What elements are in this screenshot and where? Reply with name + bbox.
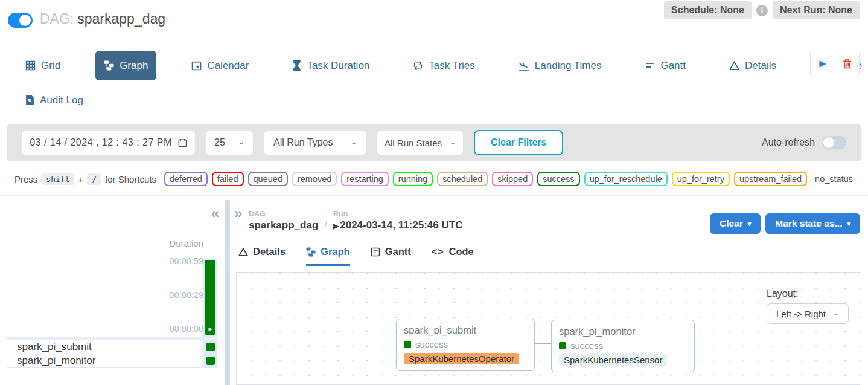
grid-icon (25, 60, 36, 71)
legend-failed: failed (212, 172, 244, 186)
legend-running: running (393, 172, 433, 186)
base-date-input[interactable]: 03 / 14 / 2024 , 12 : 43 : 27 PM (22, 131, 195, 155)
slash-key: / (87, 173, 101, 185)
mark-state-label: Mark state as... (775, 218, 842, 229)
hints-row: Press shift + / for Shortcuts deferred f… (14, 172, 858, 186)
state-square (559, 342, 566, 349)
clear-filters-button[interactable]: Clear Filters (474, 130, 563, 155)
legend-upstream-failed: upstream_failed (734, 172, 807, 186)
tab-run-details[interactable]: Details (238, 246, 286, 266)
delete-dag-button[interactable] (835, 51, 859, 76)
tab-label: Details (745, 60, 776, 72)
auto-refresh-toggle[interactable] (822, 136, 846, 149)
divider-line (0, 195, 868, 196)
tab-run-gantt[interactable]: Gantt (371, 246, 411, 266)
node-state: success (404, 339, 527, 349)
breadcrumb: DAG sparkapp_dag / Run ▶2024-03-14, 11:2… (249, 210, 462, 231)
collapse-panel-button[interactable]: « (211, 206, 219, 221)
run-tabs: Details Graph Gantt <> Code (238, 246, 474, 266)
layout-control: Layout: Left -> Right ⌄ (767, 288, 849, 324)
tab-run-graph[interactable]: Graph (306, 246, 350, 266)
tab-gantt[interactable]: Gantt (636, 51, 694, 80)
calendar-icon (191, 60, 202, 71)
grid-sidebar: « Duration 00:00:59 00:00:29 00:00:00 ▶ … (0, 200, 225, 385)
run-types-select[interactable]: All Run Types ⌄ (264, 131, 366, 155)
task-instance-cell[interactable] (203, 340, 217, 354)
shift-key: shift (41, 173, 74, 185)
task-instance-cell[interactable] (203, 354, 217, 367)
expand-panel-button[interactable]: » (234, 206, 242, 221)
tab-label: Task Duration (307, 60, 369, 72)
tab-task-tries[interactable]: Task Tries (404, 51, 483, 80)
page-header: DAG:sparkapp_dag Schedule: None i Next R… (0, 0, 868, 39)
tab-calendar[interactable]: Calendar (183, 51, 257, 80)
play-icon: ▶ (819, 58, 826, 69)
dag-run-column[interactable]: ▶ (203, 259, 217, 337)
duration-axis-label: Duration (169, 238, 203, 248)
nav-row-1: Grid Graph Calendar Task Duration Task T… (17, 51, 802, 80)
run-states-select[interactable]: All Run States ⌄ (377, 131, 463, 155)
tab-label: Graph (120, 60, 148, 72)
page-size-select[interactable]: 25 ⌄ (206, 131, 253, 155)
run-types-value: All Run Types (273, 137, 333, 148)
tab-graph[interactable]: Graph (95, 51, 156, 80)
state-label: success (570, 340, 603, 351)
breadcrumb-run[interactable]: Run ▶2024-03-14, 11:25:46 UTC (333, 210, 462, 231)
repeat-icon (413, 60, 423, 71)
task-state-square (206, 343, 215, 351)
tab-audit-log[interactable]: Audit Log (17, 85, 92, 115)
legend-no-status: no_status (811, 172, 858, 186)
shortcut-text: Press (14, 174, 37, 184)
airflow-dag-page: DAG:sparkapp_dag Schedule: None i Next R… (0, 0, 868, 385)
triangle-icon (729, 60, 739, 71)
nav-row-2: Audit Log (17, 85, 802, 115)
trigger-dag-button[interactable]: ▶ (811, 51, 835, 76)
operator-badge: SparkKubernetesSensor (559, 354, 667, 366)
node-state: success (559, 340, 687, 351)
legend-removed: removed (292, 172, 337, 186)
graph-node-spark-pi-monitor[interactable]: spark_pi_monitor success SparkKubernetes… (551, 320, 695, 372)
task-state-square (206, 357, 215, 365)
tab-label: Grid (41, 60, 60, 72)
axis-tick: 00:00:00 (170, 324, 203, 334)
layout-select[interactable]: Left -> Right ⌄ (767, 303, 849, 324)
dag-nav: Grid Graph Calendar Task Duration Task T… (17, 51, 802, 115)
task-row-spark-pi-monitor[interactable]: spark_pi_monitor (7, 354, 217, 368)
clear-label: Clear (720, 218, 743, 229)
legend-up-for-reschedule: up_for_reschedule (584, 172, 668, 186)
tab-grid[interactable]: Grid (17, 51, 69, 80)
panel-resize-handle[interactable] (225, 200, 230, 385)
dag-actions: ▶ (810, 51, 860, 76)
next-run-badge: Next Run: None (773, 1, 860, 19)
tab-label: Details (253, 246, 286, 257)
breadcrumb-dag[interactable]: DAG sparkapp_dag (249, 210, 318, 231)
legend-success: success (537, 172, 579, 186)
filter-bar: 03 / 14 / 2024 , 12 : 43 : 27 PM 25 ⌄ Al… (7, 124, 861, 161)
dag-pause-toggle[interactable] (8, 13, 33, 28)
node-title: spark_pi_monitor (559, 326, 687, 337)
task-edge (535, 343, 552, 344)
dag-run-duration-bar[interactable]: ▶ (205, 260, 215, 335)
tab-details[interactable]: Details (721, 51, 785, 80)
info-icon[interactable]: i (756, 5, 768, 16)
tab-label: Task Tries (429, 60, 475, 72)
run-actions: Clear ▾ Mark state as... ▾ (710, 213, 860, 234)
tab-task-duration[interactable]: Task Duration (284, 51, 378, 80)
breadcrumb-run-value: ▶2024-03-14, 11:25:46 UTC (333, 219, 462, 231)
chevron-down-icon: ⌄ (450, 139, 456, 146)
run-detail-panel: » DAG sparkapp_dag / Run ▶2024-03-14, 11… (230, 200, 868, 385)
schedule-info: Schedule: None i Next Run: None (664, 1, 860, 19)
axis-tick: 00:00:29 (170, 290, 203, 300)
clear-button[interactable]: Clear ▾ (710, 213, 761, 234)
page-title: DAG:sparkapp_dag (40, 11, 165, 27)
state-label: success (415, 339, 448, 349)
run-timestamp: 2024-03-14, 11:25:46 UTC (340, 219, 462, 231)
graph-node-spark-pi-submit[interactable]: spark_pi_submit success SparkKubernetesO… (396, 319, 535, 371)
task-row-spark-pi-submit[interactable]: spark_pi_submit (7, 340, 217, 354)
chevron-down-icon: ▾ (748, 220, 752, 228)
graph-canvas[interactable]: Layout: Left -> Right ⌄ spark_pi_submit … (236, 272, 860, 385)
mark-state-button[interactable]: Mark state as... ▾ (765, 213, 860, 234)
tab-label: Gantt (660, 60, 686, 72)
tab-run-code[interactable]: <> Code (432, 246, 474, 266)
tab-landing-times[interactable]: Landing Times (510, 51, 610, 80)
